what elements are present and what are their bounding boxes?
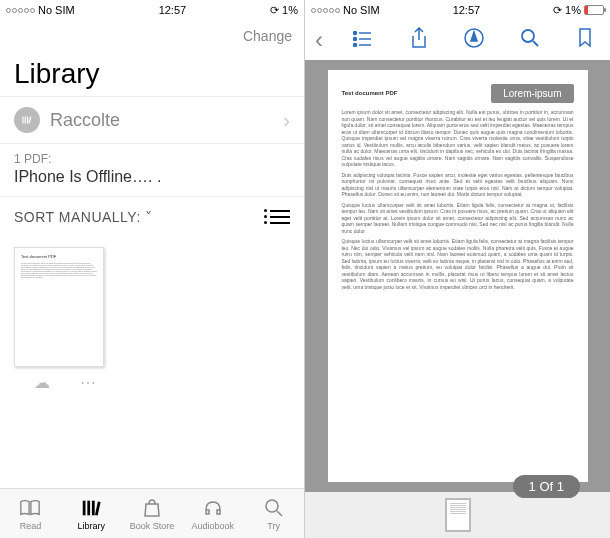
chevron-right-icon: › [283, 109, 290, 132]
svg-line-18 [533, 41, 538, 46]
bag-icon [142, 497, 162, 519]
book-open-icon [19, 497, 41, 519]
share-icon[interactable] [404, 27, 434, 54]
offline-status: IPhone Is Offline…. . [0, 166, 304, 197]
contents-icon[interactable] [348, 29, 378, 52]
carrier-label: No SIM [38, 4, 75, 16]
tab-audiobook[interactable]: Audiobook [182, 489, 243, 538]
library-icon [80, 497, 102, 519]
document-page: Test document PDF Lorem-ipsum Lorem ipsu… [328, 70, 588, 482]
bookmark-icon[interactable] [570, 28, 600, 53]
search-icon [264, 497, 284, 519]
document-viewport[interactable]: Test document PDF Lorem-ipsum Lorem ipsu… [305, 60, 610, 492]
page-title: Library [0, 56, 304, 96]
cloud-download-icon[interactable]: ☁ [34, 373, 50, 392]
status-bar-left: No SIM 12:57 ⟳ 1% [0, 0, 304, 20]
loading-icon: ⟳ [270, 4, 279, 17]
tab-search[interactable]: Try [243, 489, 304, 538]
back-button[interactable]: ‹ [315, 26, 323, 54]
carrier-label: No SIM [343, 4, 380, 16]
svg-point-8 [266, 500, 278, 512]
battery-icon [584, 5, 604, 15]
battery-percent: 1% [282, 4, 298, 16]
lorem-badge: Lorem-ipsum [491, 84, 573, 103]
folder-icon [14, 107, 40, 133]
tab-library[interactable]: Library [61, 489, 122, 538]
folder-name: Raccolte [50, 110, 283, 131]
search-icon[interactable] [515, 28, 545, 53]
status-bar-right: No SIM 12:57 ⟳ 1% [305, 0, 610, 20]
tab-read[interactable]: Read [0, 489, 61, 538]
svg-rect-5 [88, 500, 91, 515]
svg-point-17 [522, 30, 534, 42]
headphones-icon [203, 497, 223, 519]
more-icon[interactable]: ⋯ [80, 373, 96, 392]
reader-toolbar: ‹ [305, 20, 610, 60]
clock: 12:57 [159, 4, 187, 16]
svg-rect-7 [95, 501, 101, 515]
document-thumbnail[interactable]: Test document PDF Lorem ipsum dolor sit … [14, 247, 104, 367]
library-pane: No SIM 12:57 ⟳ 1% Change Library Raccolt… [0, 0, 305, 538]
page-counter: 1 Of 1 [513, 475, 580, 492]
clock: 12:57 [453, 4, 481, 16]
svg-rect-4 [83, 500, 86, 515]
change-button[interactable]: Change [243, 28, 292, 48]
svg-rect-6 [92, 500, 95, 515]
battery-percent: 1% [565, 4, 581, 16]
markup-icon[interactable] [459, 27, 489, 54]
svg-rect-0 [22, 117, 23, 124]
tab-bookstore[interactable]: Book Store [122, 489, 183, 538]
reader-footer [305, 492, 610, 538]
page-thumbnail[interactable] [445, 498, 471, 532]
loading-icon: ⟳ [553, 4, 562, 17]
reader-pane: No SIM 12:57 ⟳ 1% ‹ [305, 0, 610, 538]
document-body: Lorem ipsum dolor sit amet, consectetur … [342, 109, 574, 290]
svg-rect-2 [27, 117, 28, 124]
svg-rect-3 [28, 116, 31, 123]
sort-button[interactable]: SORT MANUALLY: ˅ [14, 209, 153, 225]
svg-line-9 [277, 511, 282, 516]
pdf-count: 1 PDF: [0, 144, 304, 166]
doc-title: Test document PDF [342, 90, 398, 98]
tab-bar: Read Library Book Store Audiobook [0, 488, 304, 538]
svg-point-12 [354, 37, 357, 40]
signal-icon [6, 8, 35, 13]
folder-row[interactable]: Raccolte › [0, 96, 304, 144]
svg-rect-1 [25, 117, 26, 124]
svg-point-10 [354, 31, 357, 34]
svg-point-14 [354, 43, 357, 46]
list-view-icon[interactable] [270, 210, 290, 224]
signal-icon [311, 8, 340, 13]
